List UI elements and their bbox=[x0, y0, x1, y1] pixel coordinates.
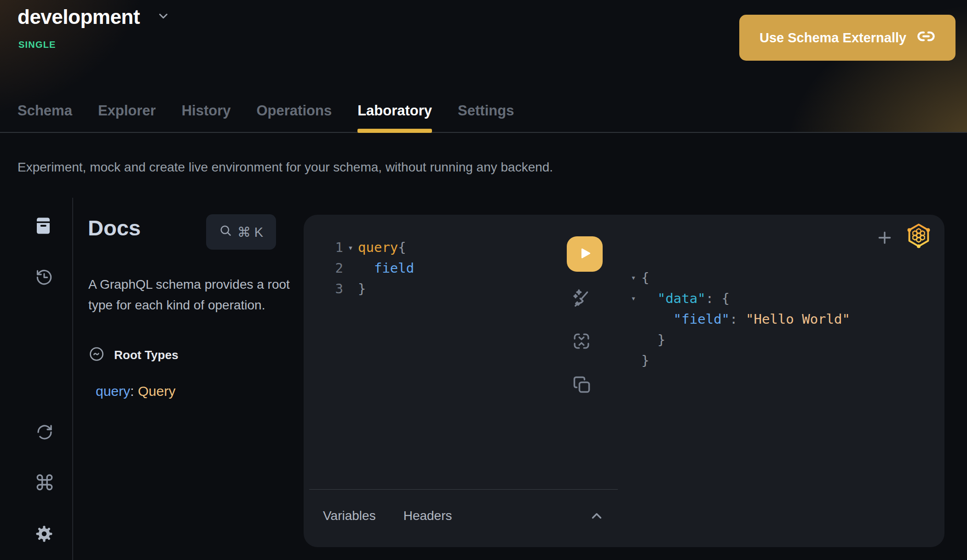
response-line: "field" : "Hello World" bbox=[626, 309, 850, 329]
graphql-hive-logo-icon[interactable] bbox=[905, 222, 932, 251]
tab-settings[interactable]: Settings bbox=[458, 103, 514, 132]
code-token bbox=[641, 291, 657, 306]
search-shortcut-label: ⌘ K bbox=[237, 224, 263, 240]
tab-history[interactable]: History bbox=[182, 103, 231, 132]
code-token: } bbox=[641, 353, 649, 368]
tab-laboratory[interactable]: Laboratory bbox=[357, 103, 432, 132]
tab-variables[interactable]: Variables bbox=[323, 509, 376, 523]
code-token: query bbox=[358, 240, 398, 255]
fold-toggle-icon[interactable]: ▾ bbox=[343, 242, 358, 252]
code-token bbox=[641, 311, 673, 327]
code-line: 1 ▾ query { bbox=[330, 237, 414, 257]
root-type-query-link[interactable]: query: Query bbox=[96, 383, 175, 399]
docs-icon[interactable] bbox=[34, 216, 53, 237]
docs-description: A GraphQL schema provides a root type fo… bbox=[88, 274, 291, 315]
root-type-name: Query bbox=[138, 383, 176, 399]
target-selector[interactable]: development bbox=[17, 6, 170, 29]
page-header: development SINGLE Use Schema Externally… bbox=[0, 0, 967, 133]
code-token: } bbox=[641, 332, 665, 348]
root-types-icon bbox=[88, 346, 105, 364]
tab-operations[interactable]: Operations bbox=[257, 103, 332, 132]
merge-fragments-icon[interactable] bbox=[572, 331, 591, 353]
line-number: 3 bbox=[330, 281, 343, 297]
root-field-separator: : bbox=[130, 383, 138, 399]
collapse-footer-button[interactable] bbox=[589, 504, 604, 527]
page-title: development bbox=[17, 6, 140, 29]
code-token: { bbox=[398, 240, 406, 255]
code-token: field bbox=[358, 260, 414, 276]
root-types-label: Root Types bbox=[114, 348, 178, 362]
response-line: } bbox=[626, 329, 850, 350]
editor-footer-divider bbox=[309, 489, 618, 490]
laboratory-page: development SINGLE Use Schema Externally… bbox=[0, 0, 967, 560]
json-string-value: "Hello World" bbox=[746, 311, 850, 327]
prettify-icon[interactable] bbox=[572, 287, 593, 310]
chevron-down-icon[interactable] bbox=[156, 9, 170, 25]
refresh-icon[interactable] bbox=[35, 423, 54, 443]
fold-toggle-icon[interactable]: ▾ bbox=[626, 293, 641, 303]
add-tab-button[interactable] bbox=[875, 229, 894, 249]
code-line: 3 } bbox=[330, 278, 414, 299]
code-token: } bbox=[358, 281, 366, 297]
editor-footer: Variables Headers bbox=[323, 504, 617, 527]
use-schema-externally-label: Use Schema Externally bbox=[760, 30, 906, 46]
tab-explorer[interactable]: Explorer bbox=[98, 103, 156, 132]
fold-toggle-icon[interactable]: ▾ bbox=[626, 273, 641, 282]
response-line: } bbox=[626, 350, 850, 371]
graphiql-panel: 1 ▾ query { 2 field 3 } bbox=[304, 215, 944, 547]
settings-gear-icon[interactable] bbox=[35, 524, 54, 545]
play-icon bbox=[577, 246, 593, 263]
main-tabs: Schema Explorer History Operations Labor… bbox=[17, 103, 514, 132]
command-icon[interactable] bbox=[35, 473, 54, 494]
code-line: 2 field bbox=[330, 257, 414, 278]
root-field-name: query bbox=[96, 383, 130, 399]
query-editor[interactable]: 1 ▾ query { 2 field 3 } bbox=[330, 237, 414, 299]
line-number: 2 bbox=[330, 260, 343, 276]
code-token: { bbox=[641, 270, 649, 286]
laboratory-sidebar bbox=[0, 198, 73, 560]
docs-heading: Docs bbox=[88, 215, 141, 240]
tab-headers[interactable]: Headers bbox=[403, 509, 452, 523]
tab-schema[interactable]: Schema bbox=[17, 103, 72, 132]
history-icon[interactable] bbox=[35, 268, 53, 288]
link-icon bbox=[917, 27, 935, 49]
response-viewer[interactable]: ▾ { ▾ "data" : { "field" : "Hello World"… bbox=[626, 267, 850, 371]
page-subtitle: Experiment, mock and create live environ… bbox=[17, 160, 553, 175]
use-schema-externally-button[interactable]: Use Schema Externally bbox=[739, 15, 955, 61]
docs-search-button[interactable]: ⌘ K bbox=[206, 214, 276, 250]
status-badge: SINGLE bbox=[18, 40, 56, 50]
search-icon bbox=[219, 224, 232, 240]
code-token: : { bbox=[706, 291, 730, 306]
json-key: "data" bbox=[657, 291, 706, 306]
root-types-section: Root Types bbox=[88, 346, 178, 364]
code-token: : bbox=[730, 311, 746, 327]
response-line: ▾ "data" : { bbox=[626, 288, 850, 309]
copy-query-icon[interactable] bbox=[572, 375, 592, 397]
json-key: "field" bbox=[673, 311, 730, 327]
line-number: 1 bbox=[330, 240, 343, 255]
execute-query-button[interactable] bbox=[567, 236, 603, 272]
response-line: ▾ { bbox=[626, 267, 850, 288]
